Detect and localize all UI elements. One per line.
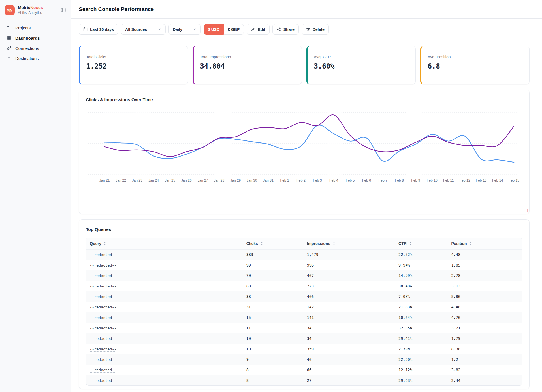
grid-icon	[7, 35, 12, 41]
main: Search Console Performance Last 30 days …	[71, 0, 542, 392]
table-row: --redacted--334667.08%5.86	[86, 291, 522, 302]
top-queries-title: Top Queries	[86, 227, 522, 232]
column-header-impressions[interactable]: Impressions	[306, 241, 398, 246]
sidebar-toggle-button[interactable]	[60, 7, 67, 13]
x-axis-label: Feb 1	[280, 178, 289, 182]
stat-card-avg-ctr: Avg. CTR3.60%	[306, 46, 416, 84]
table-row: --redacted--103592.79%8.38	[86, 344, 522, 354]
value-cell: 8	[246, 368, 306, 372]
redacted-query: --redacted--	[90, 253, 116, 257]
sidebar-item-label: Dashboards	[15, 36, 40, 41]
value-cell: 8.38	[451, 347, 522, 351]
redacted-query: --redacted--	[90, 274, 116, 278]
x-axis-label: Jan 21	[99, 178, 110, 182]
share-icon	[277, 27, 281, 32]
table-row: --redacted--7046714.99%2.78	[86, 270, 522, 281]
currency-gbp-button[interactable]: £ GBP	[224, 24, 244, 35]
value-cell: 223	[306, 284, 398, 288]
column-header-ctr[interactable]: CTR	[398, 241, 451, 246]
panel-left-icon	[61, 7, 66, 13]
redacted-query: --redacted--	[90, 284, 116, 289]
top-queries-card: Top Queries QueryClicksImpressionsCTRPos…	[79, 219, 530, 389]
table-row: --redacted--103429.41%1.79	[86, 333, 522, 344]
sort-icon	[332, 242, 336, 246]
table-row: --redacted--94022.50%1.2	[86, 354, 522, 365]
query-cell: --redacted--	[86, 336, 246, 341]
redacted-query: --redacted--	[90, 326, 116, 331]
value-cell: 142	[306, 305, 398, 309]
value-cell: 3.13	[451, 284, 522, 288]
value-cell: 10	[246, 347, 306, 351]
table-row: --redacted--999969.94%1.05	[86, 260, 522, 270]
value-cell: 996	[306, 263, 398, 267]
upload-icon	[7, 56, 12, 61]
value-cell: 8	[246, 378, 306, 383]
stats-row: Total Clicks1,252Total Impressions34,804…	[79, 46, 530, 84]
page-title: Search Console Performance	[79, 6, 154, 12]
value-cell: 34	[306, 326, 398, 330]
query-cell: --redacted--	[86, 347, 246, 351]
x-axis-label: Feb 9	[411, 178, 420, 182]
brand-name-accent: Nexus	[30, 5, 43, 10]
value-cell: 66	[306, 368, 398, 372]
share-button[interactable]: Share	[272, 24, 299, 35]
source-filter-select[interactable]: All Sources	[121, 24, 166, 35]
stat-value: 6.8	[428, 62, 523, 70]
redacted-query: --redacted--	[90, 263, 116, 268]
x-axis-label: Feb 6	[362, 178, 371, 182]
stat-label: Total Clicks	[86, 55, 182, 59]
x-axis-label: Feb 11	[443, 178, 454, 182]
x-axis-label: Jan 22	[116, 178, 126, 182]
stat-value: 1,252	[86, 62, 182, 70]
x-axis-label: Jan 23	[132, 178, 142, 182]
column-label: Position	[451, 241, 467, 246]
value-cell: 30.49%	[398, 284, 451, 288]
column-header-position[interactable]: Position	[451, 241, 522, 246]
query-cell: --redacted--	[86, 326, 246, 330]
date-range-button[interactable]: Last 30 days	[79, 24, 118, 35]
sidebar-item-connections[interactable]: Connections	[0, 43, 71, 53]
value-cell: 12.12%	[398, 368, 451, 372]
value-cell: 11	[246, 326, 306, 330]
sidebar-item-label: Connections	[15, 46, 39, 51]
column-header-query[interactable]: Query	[86, 241, 246, 246]
card-resize-handle[interactable]	[525, 209, 528, 212]
sidebar-item-dashboards[interactable]: Dashboards	[0, 33, 71, 43]
currency-usd-button[interactable]: $ USD	[204, 24, 224, 35]
x-axis-label: Feb 3	[313, 178, 322, 182]
query-cell: --redacted--	[86, 263, 246, 267]
x-axis-label: Jan 29	[230, 178, 241, 182]
stat-label: Avg. CTR	[314, 55, 409, 59]
x-axis-label: Feb 14	[492, 178, 503, 182]
column-header-clicks[interactable]: Clicks	[246, 241, 306, 246]
query-cell: --redacted--	[86, 273, 246, 278]
redacted-query: --redacted--	[90, 336, 116, 341]
edit-button[interactable]: Edit	[247, 24, 269, 35]
stat-card-total-impressions: Total Impressions34,804	[193, 46, 302, 84]
query-cell: --redacted--	[86, 252, 246, 257]
source-filter-value: All Sources	[125, 27, 147, 32]
value-cell: 33	[246, 294, 306, 299]
sidebar-item-destinations[interactable]: Destinations	[0, 53, 71, 63]
redacted-query: --redacted--	[90, 295, 116, 299]
value-cell: 3.82	[451, 368, 522, 372]
x-axis-label: Feb 12	[459, 178, 470, 182]
value-cell: 1.2	[451, 357, 522, 362]
sort-icon	[260, 242, 264, 246]
stat-card-avg-position: Avg. Position6.8	[420, 46, 530, 84]
column-label: Clicks	[246, 241, 258, 246]
value-cell: 34	[306, 336, 398, 341]
value-cell: 22.52%	[398, 252, 451, 257]
query-cell: --redacted--	[86, 284, 246, 288]
query-cell: --redacted--	[86, 315, 246, 320]
chevron-down-icon	[157, 27, 161, 31]
value-cell: 32.35%	[398, 326, 451, 330]
delete-button[interactable]: Delete	[302, 24, 329, 35]
sidebar-item-projects[interactable]: Projects	[0, 23, 71, 33]
value-cell: 7.08%	[398, 294, 451, 299]
table-row: --redacted--113432.35%3.21	[86, 323, 522, 333]
redacted-query: --redacted--	[90, 305, 116, 310]
table-row: --redacted--82729.63%2.44	[86, 375, 522, 385]
sort-icon	[103, 242, 107, 246]
granularity-select[interactable]: Daily	[168, 24, 201, 35]
